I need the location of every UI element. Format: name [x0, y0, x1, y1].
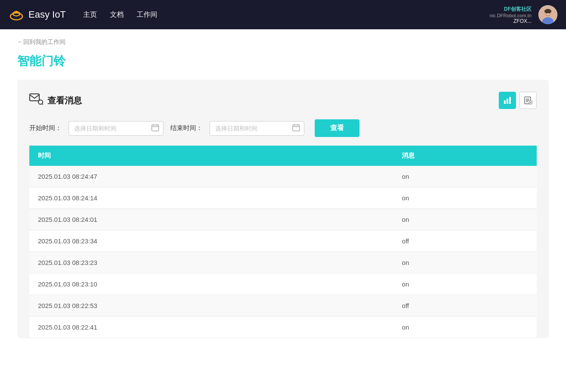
- table-row: 2025.01.03 08:24:01 on: [29, 209, 537, 230]
- nav-workspace[interactable]: 工作间: [137, 9, 157, 21]
- cell-time: 2025.01.03 08:23:10: [29, 274, 393, 295]
- export-button[interactable]: [519, 92, 537, 109]
- start-time-wrap: [69, 121, 163, 136]
- message-icon: [29, 93, 43, 107]
- cell-message: off: [393, 295, 537, 317]
- cell-time: 2025.01.03 08:24:01: [29, 209, 393, 230]
- page-title: 智能门铃: [17, 53, 549, 69]
- page-content: ←回到我的工作间 智能门铃 查看消息: [0, 29, 566, 355]
- col-message: 消息: [393, 146, 537, 166]
- end-time-wrap: [210, 121, 304, 136]
- breadcrumb[interactable]: ←回到我的工作间: [17, 38, 66, 46]
- svg-rect-14: [507, 99, 508, 104]
- cell-time: 2025.01.03 08:22:53: [29, 295, 393, 317]
- nav-home[interactable]: 主页: [83, 9, 97, 21]
- table-row: 2025.01.03 08:23:34 off: [29, 230, 537, 252]
- svg-point-7: [544, 9, 551, 13]
- cell-time: 2025.01.03 08:23:23: [29, 252, 393, 274]
- user-sub: nic.DFRobot.com.tn: [490, 13, 532, 18]
- avatar[interactable]: [538, 5, 557, 24]
- cell-message: off: [393, 230, 537, 252]
- svg-rect-15: [509, 97, 511, 104]
- svg-rect-13: [504, 100, 506, 104]
- col-time: 时间: [29, 146, 393, 166]
- table-row: 2025.01.03 08:22:53 off: [29, 295, 537, 317]
- end-time-input[interactable]: [210, 121, 304, 136]
- table-row: 2025.01.03 08:23:10 on: [29, 274, 537, 295]
- df-community-label: DF创客社区: [490, 6, 532, 13]
- table-row: 2025.01.03 08:24:14 on: [29, 187, 537, 209]
- end-time-label: 结束时间：: [170, 124, 203, 132]
- messages-table: 时间 消息 2025.01.03 08:24:47 on 2025.01.03 …: [29, 146, 537, 338]
- card-title-text: 查看消息: [47, 95, 82, 106]
- chart-view-button[interactable]: [499, 92, 516, 109]
- card-title: 查看消息: [29, 93, 82, 107]
- svg-point-8: [546, 12, 547, 14]
- card-actions: [499, 92, 537, 109]
- table-row: 2025.01.03 08:22:41 on: [29, 317, 537, 338]
- navbar-nav: 主页 文档 工作间: [83, 9, 490, 21]
- filter-row: 开始时间： 结束时间：: [29, 119, 537, 137]
- user-name: ZFOX...: [490, 18, 532, 24]
- user-section[interactable]: DF创客社区 nic.DFRobot.com.tn ZFOX...: [490, 5, 557, 24]
- card-header: 查看消息: [29, 92, 537, 109]
- svg-line-12: [42, 104, 43, 105]
- cell-message: on: [393, 317, 537, 338]
- cell-time: 2025.01.03 08:23:34: [29, 230, 393, 252]
- cell-time: 2025.01.03 08:22:41: [29, 317, 393, 338]
- svg-point-2: [15, 11, 18, 13]
- cell-message: on: [393, 209, 537, 230]
- svg-point-11: [38, 100, 43, 104]
- cell-message: on: [393, 166, 537, 187]
- table-row: 2025.01.03 08:23:23 on: [29, 252, 537, 274]
- cell-message: on: [393, 252, 537, 274]
- svg-rect-10: [30, 94, 39, 101]
- cell-time: 2025.01.03 08:24:47: [29, 166, 393, 187]
- svg-point-9: [549, 12, 550, 14]
- message-card: 查看消息: [17, 80, 549, 338]
- cell-message: on: [393, 187, 537, 209]
- brand-icon: [9, 7, 24, 22]
- table-row: 2025.01.03 08:24:47 on: [29, 166, 537, 187]
- brand-text: Easy IoT: [28, 9, 66, 20]
- brand[interactable]: Easy IoT: [9, 7, 66, 22]
- navbar: Easy IoT 主页 文档 工作间 DF创客社区 nic.DFRobot.co…: [0, 0, 566, 29]
- query-button[interactable]: 查看: [315, 119, 360, 137]
- start-time-input[interactable]: [69, 121, 163, 136]
- cell-time: 2025.01.03 08:24:14: [29, 187, 393, 209]
- nav-docs[interactable]: 文档: [110, 9, 124, 21]
- start-time-label: 开始时间：: [29, 124, 62, 132]
- table-header-row: 时间 消息: [29, 146, 537, 166]
- cell-message: on: [393, 274, 537, 295]
